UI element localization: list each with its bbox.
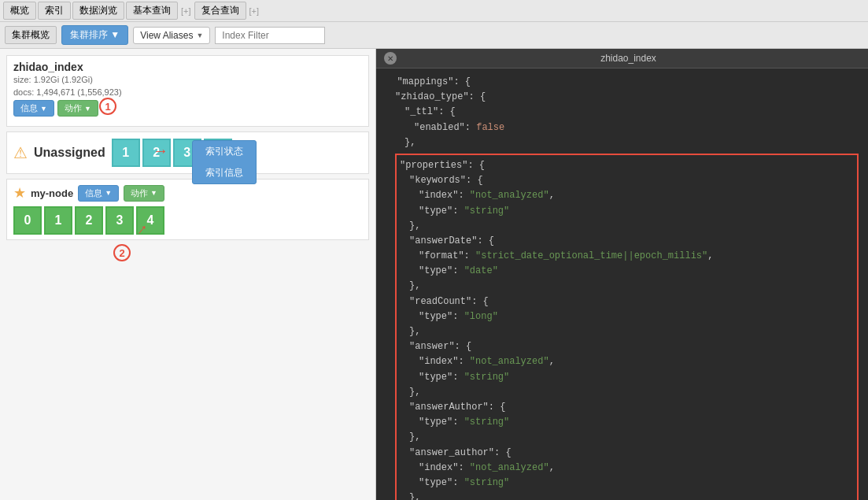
index-size: size: 1.92Gi (1.92Gi) (13, 75, 362, 84)
toolbar: 集群概览 集群排序 ▼ View Aliases ▼ (0, 22, 868, 49)
node-name: my-node (31, 187, 73, 199)
top-nav: 概览 索引 数据浏览 基本查询 [+] 复合查询 [+] (0, 0, 868, 22)
star-icon: ★ (13, 184, 26, 202)
shard-3b[interactable]: 3 (105, 206, 134, 235)
readCount-key: "readCount": { (409, 294, 854, 309)
nav-overview[interactable]: 概览 (3, 2, 36, 20)
dropdown-index-status[interactable]: 索引状态 (193, 141, 256, 162)
properties-key: "properties": { (400, 160, 485, 171)
index-filter-input[interactable] (215, 27, 325, 44)
answer-author-close: }, (409, 491, 854, 500)
mynode-info-arrow: ▼ (105, 189, 112, 197)
keywords-type-key: "type": "string" (419, 204, 854, 219)
nav-index[interactable]: 索引 (38, 2, 71, 20)
properties-block: "properties": { "keywords": { "index": "… (395, 154, 859, 500)
index-btn-group: 信息 ▼ 动作 ▼ (13, 100, 362, 117)
keywords-key: "keywords": { (409, 173, 854, 188)
answer-author-type-key: "type": "string" (419, 476, 854, 491)
info-btn[interactable]: 信息 ▼ (13, 100, 54, 117)
arrow-annotation-1: → (153, 142, 168, 160)
view-aliases-arrow: ▼ (196, 31, 203, 39)
shard-1[interactable]: 1 (112, 139, 140, 167)
dropdown-menu: 索引状态 索引信息 (192, 140, 257, 184)
index-name: zhidao_index (13, 61, 362, 73)
mynode-action-arrow: ▼ (150, 189, 157, 197)
nav-complex-query[interactable]: 复合查询 (194, 2, 246, 20)
annotation-circle-2: 2 (113, 244, 131, 261)
ttl-close: }, (404, 135, 859, 150)
index-docs: docs: 1,494,671 (1,556,923) (13, 87, 362, 97)
action-btn[interactable]: 动作 ▼ (57, 100, 98, 117)
json-close-btn[interactable]: ✕ (384, 52, 397, 65)
enabled-val: false (476, 122, 504, 133)
mynode-info-btn[interactable]: 信息 ▼ (78, 185, 119, 202)
cluster-overview-btn[interactable]: 集群概览 (5, 26, 57, 44)
action-label: 动作 (65, 102, 82, 114)
warning-icon: ⚠ (13, 143, 28, 162)
action-arrow: ▼ (84, 105, 91, 113)
answer-type-key: "type": "string" (419, 370, 854, 385)
answerDate-type-key: "type": "date" (419, 264, 854, 279)
mappings-key: "mappings": { (386, 76, 471, 87)
info-label: 信息 (20, 102, 38, 114)
json-body: "mappings": { "zhidao_type": { "_ttl": {… (386, 75, 859, 500)
mynode-header: ★ my-node 信息 ▼ 动作 ▼ (13, 184, 362, 202)
ttl-key: "_ttl": { (404, 105, 859, 120)
index-entry: zhidao_index size: 1.92Gi (1.92Gi) docs:… (6, 55, 369, 127)
answerDate-key: "answerDate": { (409, 234, 854, 249)
basic-query-plus[interactable]: [+] (181, 6, 191, 16)
view-aliases-btn[interactable]: View Aliases ▼ (133, 27, 210, 44)
zhidao-type-key: "zhidao_type": { (395, 90, 859, 105)
left-panel: zhidao_index size: 1.92Gi (1.92Gi) docs:… (0, 49, 376, 500)
complex-query-plus[interactable]: [+] (249, 6, 260, 16)
nav-data-browse[interactable]: 数据浏览 (72, 2, 124, 20)
dropdown-index-info[interactable]: 索引信息 (193, 162, 256, 183)
json-content[interactable]: "mappings": { "zhidao_type": { "_ttl": {… (376, 69, 868, 500)
answerAuthor-key: "answerAuthor": { (409, 400, 854, 415)
main-content: zhidao_index size: 1.92Gi (1.92Gi) docs:… (0, 49, 868, 500)
keywords-close: }, (409, 219, 854, 234)
shard-2b[interactable]: 2 (75, 206, 103, 235)
answerAuthor-close: }, (409, 430, 854, 445)
mynode-shards: 0 1 2 3 4 (13, 206, 362, 235)
unassigned-section: ⚠ Unassigned 1 2 3 4 (6, 131, 369, 174)
info-arrow: ▼ (40, 105, 47, 113)
answer-key: "answer": { (409, 339, 854, 354)
right-panel: ✕ zhidao_index "mappings": { "zhidao_typ… (376, 49, 868, 500)
shard-1b[interactable]: 1 (44, 206, 72, 235)
readCount-close: }, (409, 324, 854, 339)
enabled-key: "enabled": false (414, 120, 859, 135)
mynode-action-label: 动作 (131, 187, 148, 199)
answer-close: }, (409, 385, 854, 400)
annotation-circle-1: 1 (99, 98, 116, 115)
readCount-type-key: "type": "long" (419, 309, 854, 324)
mynode-action-btn[interactable]: 动作 ▼ (124, 185, 164, 202)
nav-basic-query[interactable]: 基本查询 (126, 2, 178, 20)
keywords-index-key: "index": "not_analyzed", (419, 188, 854, 203)
answer-author-index-key: "index": "not_analyzed", (419, 461, 854, 476)
mynode-info-label: 信息 (85, 187, 102, 199)
json-title-bar: ✕ zhidao_index (376, 49, 868, 69)
close-icon: ✕ (387, 54, 393, 63)
answer-index-key: "index": "not_analyzed", (419, 354, 854, 369)
view-aliases-label: View Aliases (140, 30, 193, 41)
answer-author-key: "answer_author": { (409, 446, 854, 461)
cluster-sort-btn[interactable]: 集群排序 ▼ (61, 25, 128, 45)
answerDate-format-key: "format": "strict_date_optional_time||ep… (419, 249, 854, 264)
cluster-sort-label: 集群排序 (70, 29, 108, 40)
json-title: zhidao_index (600, 53, 656, 64)
unassigned-label: Unassigned (34, 146, 105, 160)
answerAuthor-type-key: "type": "string" (419, 415, 854, 430)
cluster-sort-arrow: ▼ (110, 29, 120, 40)
answerDate-close: }, (409, 279, 854, 294)
shard-0[interactable]: 0 (13, 206, 42, 235)
mynode-section: ★ my-node 信息 ▼ 动作 ▼ 0 1 2 3 4 (6, 179, 369, 240)
